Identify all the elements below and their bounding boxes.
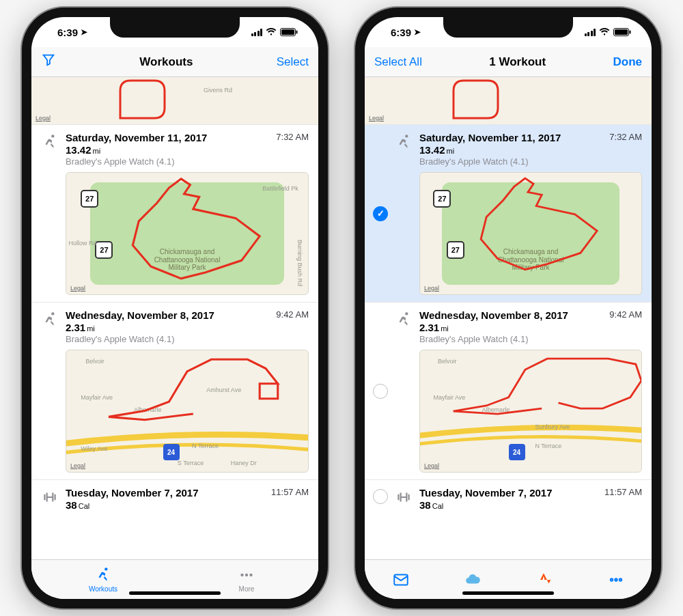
workout-device: Bradley's Apple Watch (4.1) bbox=[66, 156, 309, 167]
nav-title: Workouts bbox=[139, 55, 193, 69]
nav-title: 1 Workout bbox=[489, 55, 546, 69]
workout-item[interactable]: Saturday, November 11, 2017 7:32 AM 13.4… bbox=[365, 125, 652, 303]
running-icon bbox=[41, 133, 59, 295]
workout-date: Tuesday, November 7, 2017 bbox=[66, 487, 199, 499]
workout-distance: 13.42mi bbox=[419, 144, 642, 156]
workout-item[interactable]: Tuesday, November 7, 2017 11:57 AM 38Cal bbox=[365, 480, 652, 513]
svg-point-16 bbox=[615, 578, 617, 580]
workout-date: Wednesday, November 8, 2017 bbox=[419, 309, 568, 321]
workout-device: Bradley's Apple Watch (4.1) bbox=[419, 156, 642, 167]
workout-time: 9:42 AM bbox=[609, 309, 642, 320]
running-icon bbox=[395, 311, 413, 473]
email-button[interactable] bbox=[365, 560, 436, 599]
workout-map[interactable]: 24 Belvoir Mayfair Ave Albemarle Sunbury… bbox=[419, 350, 642, 473]
battery-icon bbox=[280, 28, 298, 36]
map-legal-link[interactable]: Legal bbox=[70, 285, 85, 292]
wifi-icon bbox=[266, 28, 277, 36]
map-legal-link[interactable]: Legal bbox=[369, 115, 384, 122]
workout-list[interactable]: Legal Givens Rd Saturday, November 11, 2… bbox=[31, 77, 318, 559]
workout-date: Saturday, November 11, 2017 bbox=[66, 132, 207, 143]
running-icon bbox=[41, 311, 59, 473]
notch bbox=[110, 17, 240, 38]
nav-bar: Workouts Select bbox=[31, 47, 318, 77]
workout-date: Tuesday, November 7, 2017 bbox=[419, 487, 553, 499]
workout-time: 11:57 AM bbox=[271, 487, 309, 497]
svg-point-13 bbox=[405, 312, 408, 315]
cellular-icon bbox=[251, 29, 263, 36]
workout-device: Bradley's Apple Watch (4.1) bbox=[419, 334, 642, 344]
strength-icon bbox=[395, 488, 413, 513]
battery-icon bbox=[613, 28, 631, 36]
tab-label: Workouts bbox=[89, 585, 117, 593]
svg-point-5 bbox=[104, 568, 107, 570]
workout-list[interactable]: Legal Saturday, November 11, 2017 7:32 A… bbox=[365, 77, 652, 559]
wifi-icon bbox=[599, 28, 610, 36]
map-legal-link[interactable]: Legal bbox=[36, 115, 51, 122]
svg-point-17 bbox=[619, 578, 621, 580]
workout-item[interactable]: Saturday, November 11, 2017 7:32 AM 13.4… bbox=[31, 125, 318, 303]
phone-left: 6:39 ➤ Workouts Select bbox=[22, 8, 328, 608]
svg-point-7 bbox=[245, 574, 248, 576]
select-button[interactable]: Select bbox=[277, 55, 309, 69]
workout-item[interactable]: Tuesday, November 7, 2017 11:57 AM 38Cal bbox=[31, 480, 318, 513]
home-indicator[interactable] bbox=[462, 591, 554, 595]
location-icon: ➤ bbox=[414, 27, 421, 37]
tab-label: More bbox=[239, 585, 255, 593]
road-label: Givens Rd bbox=[204, 87, 232, 94]
status-time: 6:39 bbox=[391, 27, 411, 38]
map-legal-link[interactable]: Legal bbox=[424, 462, 439, 469]
svg-point-12 bbox=[405, 135, 408, 137]
workout-map[interactable]: 27 27 Chickamauga and Chattanooga Nation… bbox=[419, 172, 642, 295]
svg-rect-2 bbox=[296, 31, 298, 34]
selection-checkbox[interactable] bbox=[373, 206, 388, 221]
workout-date: Saturday, November 11, 2017 bbox=[419, 132, 561, 143]
map-legal-link[interactable]: Legal bbox=[424, 285, 439, 292]
road-label: S Terrace bbox=[178, 460, 204, 466]
selection-checkbox[interactable] bbox=[373, 489, 388, 504]
svg-rect-11 bbox=[630, 31, 631, 34]
workout-item[interactable]: Wednesday, November 8, 2017 9:42 AM 2.31… bbox=[31, 303, 318, 480]
select-all-button[interactable]: Select All bbox=[374, 55, 422, 69]
prev-workout-map-peek[interactable]: Legal Givens Rd bbox=[31, 77, 318, 125]
workout-map[interactable]: 24 Belvoir Mayfair Ave Albemarle Amhurst… bbox=[66, 350, 309, 473]
workout-time: 9:42 AM bbox=[276, 309, 309, 320]
svg-rect-1 bbox=[281, 29, 294, 35]
workout-distance: 38Cal bbox=[66, 499, 309, 511]
svg-point-15 bbox=[610, 578, 612, 580]
cellular-icon bbox=[585, 29, 596, 36]
status-time: 6:39 bbox=[57, 27, 78, 38]
workout-date: Wednesday, November 8, 2017 bbox=[66, 309, 214, 321]
strength-icon bbox=[41, 488, 59, 513]
done-button[interactable]: Done bbox=[613, 55, 643, 69]
workout-time: 7:32 AM bbox=[609, 132, 642, 142]
svg-rect-10 bbox=[615, 29, 628, 35]
svg-point-8 bbox=[249, 574, 252, 576]
road-label: Haney Dr bbox=[231, 460, 257, 466]
workout-time: 7:32 AM bbox=[276, 132, 309, 142]
workout-device: Bradley's Apple Watch (4.1) bbox=[66, 334, 309, 344]
svg-point-3 bbox=[51, 135, 54, 137]
workout-distance: 13.42mi bbox=[66, 144, 309, 156]
workout-distance: 2.31mi bbox=[419, 322, 642, 333]
svg-point-6 bbox=[240, 574, 243, 576]
workout-distance: 38Cal bbox=[419, 499, 642, 511]
workout-map[interactable]: 27 27 Chickamauga and Chattanooga Nation… bbox=[66, 172, 309, 295]
workout-item[interactable]: Wednesday, November 8, 2017 9:42 AM 2.31… bbox=[365, 303, 652, 480]
more-button[interactable] bbox=[580, 560, 652, 599]
phone-right: 6:39 ➤ Select All 1 Workout Done Legal bbox=[355, 8, 661, 608]
workout-time: 11:57 AM bbox=[604, 487, 642, 497]
notch bbox=[443, 17, 573, 38]
running-icon bbox=[395, 133, 413, 295]
selection-checkbox[interactable] bbox=[373, 384, 388, 399]
filter-button[interactable] bbox=[41, 53, 56, 71]
home-indicator[interactable] bbox=[129, 591, 221, 595]
map-legal-link[interactable]: Legal bbox=[70, 462, 85, 469]
nav-bar: Select All 1 Workout Done bbox=[365, 47, 652, 77]
workout-distance: 2.31mi bbox=[66, 322, 309, 333]
location-icon: ➤ bbox=[81, 27, 87, 37]
svg-point-4 bbox=[51, 312, 54, 315]
prev-workout-map-peek[interactable]: Legal bbox=[365, 77, 652, 125]
